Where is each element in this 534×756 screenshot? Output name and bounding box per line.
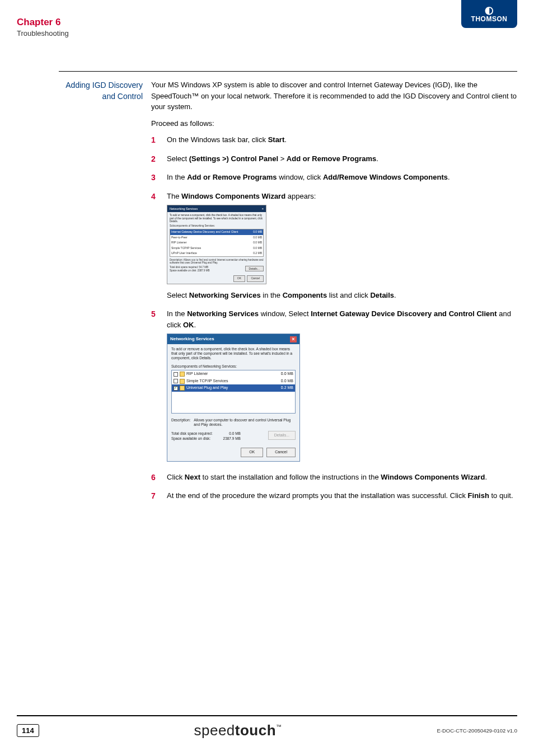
step-number: 6 — [151, 472, 167, 483]
main-content: Adding IGD Discovery and Control Your MS… — [59, 71, 517, 509]
document-id: E-DOC-CTC-20050429-0102 v1.0 — [437, 727, 517, 734]
list-item: Internet Gateway Device Discovery and Co… — [170, 229, 263, 235]
component-icon — [180, 386, 185, 391]
close-icon: × — [290, 336, 297, 342]
proceed-label: Proceed as follows: — [151, 118, 517, 129]
step-4: 4 The Windows Components Wizard appears:… — [151, 191, 517, 304]
chapter-subtitle: Troubleshooting — [17, 29, 69, 37]
list-item: UPnP User Interface0.2 MB — [170, 251, 263, 256]
intro-paragraph: Your MS Windows XP system is able to dis… — [151, 79, 517, 112]
step-number: 5 — [151, 308, 167, 320]
checkbox-checked-icon: ✓ — [174, 386, 178, 391]
dialog-titlebar: Networking Services× — [167, 205, 266, 212]
body-text: Your MS Windows XP system is able to dis… — [151, 79, 517, 509]
step-body: On the Windows task bar, click Start. — [167, 134, 517, 149]
details-button: Details... — [268, 431, 296, 440]
step-1: 1 On the Windows task bar, click Start. — [151, 134, 517, 149]
step-6: 6 Click Next to start the installation a… — [151, 472, 517, 486]
content-row: Adding IGD Discovery and Control Your MS… — [59, 79, 517, 509]
components-list: Internet Gateway Device Discovery and Co… — [170, 229, 264, 257]
step-body: In the Add or Remove Programs window, cl… — [167, 172, 517, 186]
section-rule — [59, 71, 517, 72]
step-3: 3 In the Add or Remove Programs window, … — [151, 172, 517, 186]
brand-text: THOMSON — [471, 15, 508, 23]
step-body: At the end of the procedure the wizard p… — [167, 490, 517, 505]
dialog-titlebar: Networking Services × — [167, 334, 299, 344]
list-item: RIP Listener 0.0 MB — [172, 370, 295, 378]
component-icon — [180, 372, 185, 377]
networking-services-dialog: Networking Services × To add or remove a… — [167, 334, 300, 461]
page-footer: 114 speedtouch™ E-DOC-CTC-20050429-0102 … — [17, 715, 517, 739]
subcomponents-label: Subcomponents of Networking Services: — [171, 364, 296, 369]
list-item: Peer-to-Peer0.0 MB — [170, 235, 263, 241]
chapter-title: Chapter 6 — [17, 17, 69, 28]
ok-button: OK — [233, 275, 245, 282]
step-body: Select (Settings >) Control Panel > Add … — [167, 153, 517, 168]
page-header: Chapter 6 Troubleshooting ◐ THOMSON — [0, 0, 534, 37]
step-body: In the Networking Services window, Selec… — [167, 308, 517, 467]
checkbox-icon — [174, 379, 178, 383]
step-number: 2 — [151, 153, 167, 165]
description-row: Description: Allows you to find and cont… — [170, 259, 264, 265]
list-item: RIP Listener0.0 MB — [170, 240, 263, 246]
globe-icon: ◐ — [485, 5, 494, 15]
close-icon: × — [262, 206, 264, 211]
step-2: 2 Select (Settings >) Control Panel > Ad… — [151, 153, 517, 168]
dialog-hint: To add or remove a component, click the … — [170, 214, 264, 223]
description-row: Description: Allows your computer to dis… — [171, 418, 296, 427]
step-body: The Windows Components Wizard appears: N… — [167, 191, 517, 304]
thomson-logo: ◐ THOMSON — [461, 0, 517, 28]
step-number: 4 — [151, 191, 167, 203]
step-number: 7 — [151, 490, 167, 502]
step-body: Click Next to start the installation and… — [167, 472, 517, 486]
component-icon — [180, 379, 185, 384]
subcomponents-list: RIP Listener 0.0 MB Simple TCP/IP Servic… — [171, 370, 296, 414]
page-number: 114 — [17, 724, 39, 737]
details-button: Details... — [245, 266, 264, 271]
cancel-button: Cancel — [266, 448, 296, 457]
windows-components-wizard-screenshot: Networking Services× To add or remove a … — [167, 205, 266, 284]
subcomponents-label: Subcomponents of Networking Services: — [170, 224, 264, 228]
step-5: 5 In the Networking Services window, Sel… — [151, 308, 517, 467]
speedtouch-logo: speedtouch™ — [194, 722, 282, 739]
checkbox-icon — [174, 372, 178, 377]
disk-space-row: Total disk space required: Space availab… — [171, 431, 296, 442]
side-heading: Adding IGD Discovery and Control — [59, 79, 151, 102]
dialog-hint: To add or remove a component, click the … — [171, 347, 296, 360]
list-item: Simple TCP/IP Services 0.0 MB — [172, 378, 295, 385]
list-item-selected: ✓Universal Plug and Play 0.2 MB — [172, 384, 295, 392]
step-number: 3 — [151, 172, 167, 184]
ok-button: OK — [241, 448, 263, 457]
step-number: 1 — [151, 134, 167, 146]
cancel-button: Cancel — [247, 275, 264, 282]
steps-list: 1 On the Windows task bar, click Start. … — [151, 134, 517, 505]
list-item: Simple TCP/IP Services0.0 MB — [170, 246, 263, 251]
chapter-block: Chapter 6 Troubleshooting — [17, 17, 69, 37]
step-7: 7 At the end of the procedure the wizard… — [151, 490, 517, 505]
